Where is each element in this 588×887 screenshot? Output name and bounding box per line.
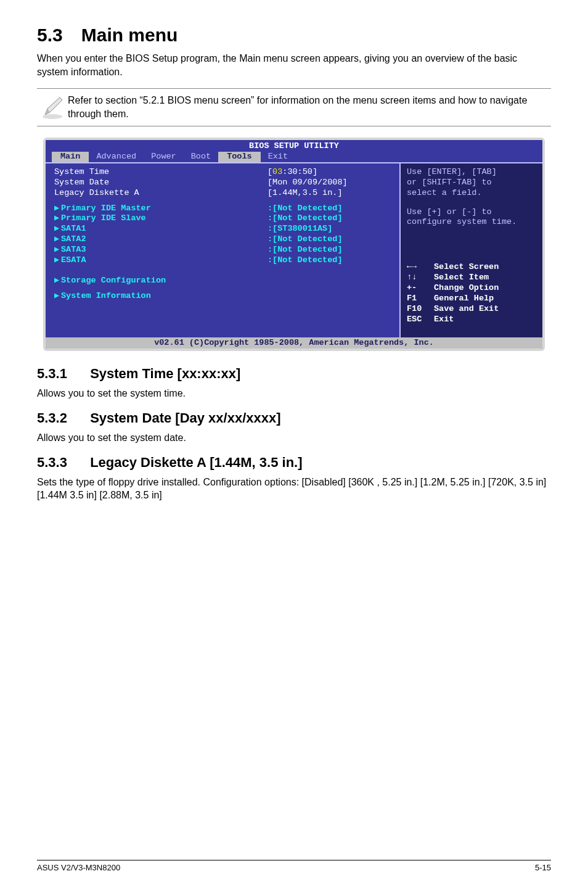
section-title: System Time [xx:xx:xx] [90, 366, 240, 381]
section-number: 5.3.3 [37, 455, 86, 471]
legend-label: General Help [434, 294, 494, 304]
bios-help-line: or [SHIFT-TAB] to [407, 178, 536, 188]
legend-sym: ↑↓ [407, 273, 434, 283]
bios-row-system-date[interactable]: System Date [Mon 09/09/2008] [46, 178, 399, 188]
bios-footer: v02.61 (C)Copyright 1985-2008, American … [46, 337, 542, 349]
bios-value: :[Not Detected] [267, 204, 391, 214]
bios-label: ESATA [61, 255, 86, 265]
legend-sym: F1 [407, 294, 434, 304]
bios-help-pane: Use [ENTER], [TAB] or [SHIFT-TAB] to sel… [401, 162, 542, 337]
bios-tab-main[interactable]: Main [52, 152, 89, 162]
triangle-icon: ▶ [54, 276, 60, 286]
note-block: Refer to section “5.2.1 BIOS menu screen… [37, 88, 551, 126]
bios-value-part: :30:50] [282, 167, 317, 176]
footer-left: ASUS V2/V3-M3N8200 [37, 863, 120, 872]
bios-tab-boot[interactable]: Boot [184, 152, 218, 162]
bios-row-system-time[interactable]: System Time [03:30:50] [46, 167, 399, 178]
bios-tab-advanced[interactable]: Advanced [89, 152, 144, 162]
bios-label: Primary IDE Slave [61, 213, 146, 223]
bios-help-line: Use [+] or [-] to [407, 207, 536, 218]
bios-row-sata2[interactable]: ▶SATA2 :[Not Detected] [46, 234, 399, 245]
bios-banner: BIOS SETUP UTILITY [46, 140, 542, 152]
bios-legend: ←→Select Screen ↑↓Select Item +-Change O… [407, 262, 536, 324]
bios-value: :[Not Detected] [267, 213, 391, 224]
bios-label: SATA3 [61, 245, 86, 254]
section-heading-532: 5.3.2 System Date [Day xx/xx/xxxx] [37, 410, 551, 426]
triangle-icon: ▶ [54, 224, 60, 234]
section-number: 5.3.1 [37, 366, 86, 382]
bios-row-primary-ide-slave[interactable]: ▶Primary IDE Slave :[Not Detected] [46, 213, 399, 224]
bios-help-line: select a field. [407, 188, 536, 199]
bios-row-sata1[interactable]: ▶SATA1 :[ST380011AS] [46, 224, 399, 234]
bios-value: [Mon 09/09/2008] [267, 178, 391, 188]
bios-row-primary-ide-master[interactable]: ▶Primary IDE Master :[Not Detected] [46, 204, 399, 214]
bios-value-highlight: 03 [272, 167, 282, 176]
section-heading-531: 5.3.1 System Time [xx:xx:xx] [37, 366, 551, 382]
bios-row-esata[interactable]: ▶ESATA :[Not Detected] [46, 255, 399, 266]
triangle-icon: ▶ [54, 291, 60, 302]
bios-value: :[Not Detected] [267, 234, 391, 245]
footer-right: 5-15 [535, 863, 551, 872]
bios-label: SATA1 [61, 224, 86, 233]
bios-label: Storage Configuration [61, 276, 166, 285]
legend-label: Change Option [434, 283, 499, 294]
legend-sym: ESC [407, 315, 434, 325]
bios-screenshot: BIOS SETUP UTILITY Main Advanced Power B… [43, 138, 545, 351]
legend-sym: ←→ [407, 262, 434, 273]
bios-row-system-info[interactable]: ▶System Information [46, 291, 399, 302]
legend-label: Select Screen [434, 262, 499, 273]
page-heading: 5.3 Main menu [37, 25, 551, 46]
page-footer: ASUS V2/V3-M3N8200 5-15 [37, 860, 551, 872]
note-text: Refer to section “5.2.1 BIOS menu screen… [68, 94, 551, 120]
bios-main-pane: System Time [03:30:50] System Date [Mon … [46, 162, 401, 337]
bios-tab-power[interactable]: Power [144, 152, 184, 162]
section-body: Sets the type of floppy drive installed.… [37, 476, 551, 502]
bios-label: System Date [54, 178, 267, 188]
bios-value: [1.44M,3.5 in.] [267, 188, 391, 199]
triangle-icon: ▶ [54, 213, 60, 224]
bios-row-sata3[interactable]: ▶SATA3 :[Not Detected] [46, 245, 399, 255]
bios-help-line: Use [ENTER], [TAB] [407, 167, 536, 178]
section-number: 5.3.2 [37, 410, 86, 426]
section-title: Legacy Diskette A [1.44M, 3.5 in.] [90, 455, 302, 470]
bios-tab-bar: Main Advanced Power Boot Tools Exit [46, 152, 542, 162]
bios-row-legacy-diskette[interactable]: Legacy Diskette A [1.44M,3.5 in.] [46, 188, 399, 199]
bios-label: Legacy Diskette A [54, 188, 267, 199]
bios-label: SATA2 [61, 234, 86, 244]
bios-tab-exit[interactable]: Exit [261, 152, 295, 162]
bios-tab-tools[interactable]: Tools [218, 152, 261, 162]
legend-sym: F10 [407, 304, 434, 315]
intro-paragraph: When you enter the BIOS Setup program, t… [37, 52, 551, 78]
bios-value: :[Not Detected] [267, 255, 391, 266]
section-title: System Date [Day xx/xx/xxxx] [90, 410, 280, 426]
bios-label: System Time [54, 167, 267, 178]
triangle-icon: ▶ [54, 245, 60, 255]
pencil-icon [37, 94, 68, 121]
bios-label: Primary IDE Master [61, 204, 151, 213]
bios-value: :[ST380011AS] [267, 224, 391, 234]
svg-point-0 [43, 114, 62, 119]
bios-row-storage-config[interactable]: ▶Storage Configuration [46, 276, 399, 286]
triangle-icon: ▶ [54, 255, 60, 266]
bios-help-line: configure system time. [407, 217, 536, 228]
triangle-icon: ▶ [54, 204, 60, 214]
bios-value: :[Not Detected] [267, 245, 391, 255]
legend-sym: +- [407, 283, 434, 294]
legend-label: Save and Exit [434, 304, 499, 315]
section-body: Allows you to set the system time. [37, 387, 551, 400]
triangle-icon: ▶ [54, 234, 60, 245]
legend-label: Select Item [434, 273, 489, 283]
legend-label: Exit [434, 315, 454, 325]
section-heading-533: 5.3.3 Legacy Diskette A [1.44M, 3.5 in.] [37, 455, 551, 471]
bios-value-part: [ [267, 167, 272, 176]
bios-label: System Information [61, 291, 151, 300]
section-body: Allows you to set the system date. [37, 431, 551, 445]
